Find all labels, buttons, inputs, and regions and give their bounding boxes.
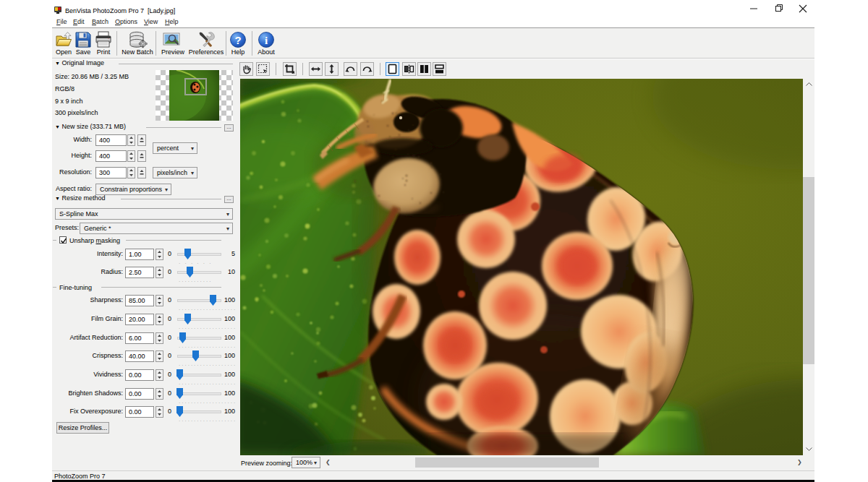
- svg-text:?: ?: [234, 34, 241, 46]
- svg-text:i: i: [265, 35, 268, 46]
